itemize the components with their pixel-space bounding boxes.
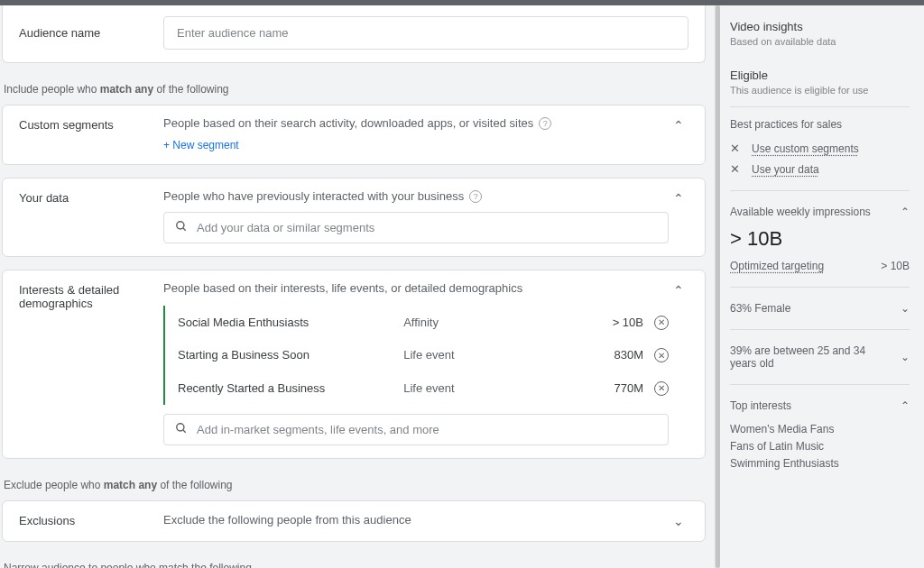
segment-row: Social Media Enthusiasts Affinity > 10B … [178,306,669,339]
age-metric: 39% are between 25 and 34 years old [730,344,874,370]
interests-desc: People based on their interests, life ev… [163,281,522,295]
optimized-targeting-label[interactable]: Optimized targeting [730,260,824,272]
audience-name-input[interactable]: Enter audience name [163,16,688,50]
best-practice-item[interactable]: ✕ Use custom segments [730,138,910,159]
collapse-icon[interactable]: ⌃ [901,399,910,412]
interests-search-input[interactable]: Add in-market segments, life events, and… [163,414,669,445]
custom-segments-card: Custom segments People based on their se… [2,105,706,165]
narrow-audience-text: Narrow audience to people who match the … [0,554,715,569]
your-data-desc: People who have previously interacted wi… [163,189,464,203]
your-data-search-input[interactable]: Add your data or similar segments [163,212,669,243]
segment-count: 830M [580,348,643,362]
collapse-icon[interactable]: ⌃ [669,281,688,298]
best-practices-label: Best practices for sales [730,118,910,131]
audience-name-placeholder: Enter audience name [177,26,289,40]
help-icon[interactable]: ? [539,117,551,130]
expand-icon[interactable]: ⌄ [901,302,910,315]
svg-line-1 [183,228,186,231]
include-people-text: Include people who match any of the foll… [0,76,715,105]
exclude-people-text: Exclude people who match any of the foll… [0,472,715,500]
best-practice-item[interactable]: ✕ Use your data [730,159,910,179]
collapse-icon[interactable]: ⌃ [669,116,688,133]
segment-count: > 10B [580,316,643,329]
collapse-icon[interactable]: ⌃ [669,189,688,206]
remove-segment-icon[interactable]: ✕ [654,381,669,396]
interests-title: Interests & detailed demographics [19,281,163,310]
optimized-targeting-value: > 10B [881,260,910,272]
audience-name-card: Audience name Enter audience name [2,5,706,63]
interests-card: Interests & detailed demographics People… [2,270,706,459]
search-icon [175,422,188,437]
segment-name: Social Media Enthusiasts [178,316,403,329]
bp-link[interactable]: Use custom segments [752,142,859,155]
expand-icon[interactable]: ⌄ [669,512,688,528]
video-insights-sub: Based on available data [730,36,910,47]
segment-name: Starting a Business Soon [178,348,403,362]
svg-line-3 [183,429,186,432]
your-data-placeholder: Add your data or similar segments [197,221,374,234]
eligible-sub: This audience is eligible for use [730,85,910,96]
available-impressions-label: Available weekly impressions [730,206,871,218]
custom-segments-desc: People based on their search activity, d… [163,116,533,130]
available-impressions-value: > 10B [730,227,910,251]
segment-count: 770M [580,381,643,395]
search-icon [175,220,188,235]
audience-name-label: Audience name [19,26,163,40]
svg-point-0 [177,222,184,229]
x-icon: ✕ [730,142,744,155]
exclusions-desc: Exclude the following people from this a… [163,513,411,527]
remove-segment-icon[interactable]: ✕ [654,316,669,330]
your-data-card: Your data People who have previously int… [2,178,706,257]
main-column: Audience name Enter audience name Includ… [0,5,715,568]
segment-name: Recently Started a Business [178,381,403,395]
segment-type: Life event [403,381,580,395]
bp-link[interactable]: Use your data [752,163,819,176]
new-segment-link[interactable]: + New segment [163,130,239,151]
exclusions-title: Exclusions [19,512,163,527]
expand-icon[interactable]: ⌄ [901,351,910,363]
top-interest-item: Fans of Latin Music [730,438,910,455]
top-interests-label: Top interests [730,399,791,412]
insights-panel: Video insights Based on available data E… [715,5,924,568]
x-icon: ✕ [730,162,744,176]
top-interest-item: Swimming Enthusiasts [730,455,910,472]
segment-type: Affinity [403,316,580,329]
custom-segments-title: Custom segments [19,116,163,132]
exclusions-card[interactable]: Exclusions Exclude the following people … [2,500,706,542]
segment-type: Life event [403,348,580,362]
collapse-icon[interactable]: ⌃ [901,206,910,218]
segment-row: Starting a Business Soon Life event 830M… [178,339,669,372]
segments-table: Social Media Enthusiasts Affinity > 10B … [163,306,669,405]
segment-row: Recently Started a Business Life event 7… [178,371,669,405]
interests-placeholder: Add in-market segments, life events, and… [197,423,439,436]
top-interest-item: Women's Media Fans [730,421,910,438]
svg-point-2 [177,423,184,430]
female-metric: 63% Female [730,302,790,315]
help-icon[interactable]: ? [469,190,482,203]
eligible-title: Eligible [730,69,910,82]
remove-segment-icon[interactable]: ✕ [654,348,669,362]
video-insights-title: Video insights [730,20,910,33]
your-data-title: Your data [19,189,163,205]
